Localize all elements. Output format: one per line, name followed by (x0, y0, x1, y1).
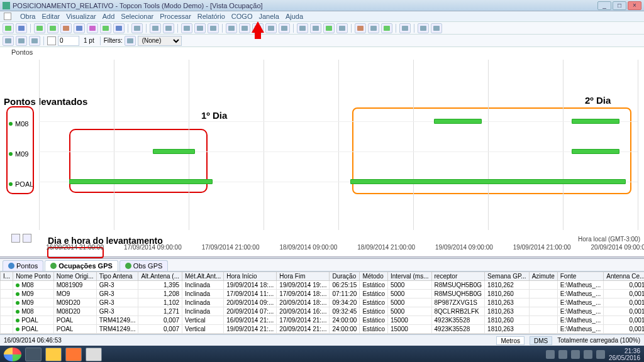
menu-relatorio[interactable]: Relatório (197, 13, 225, 20)
menu-selecionar[interactable]: Selecionar (121, 13, 153, 20)
tool-icon[interactable] (34, 23, 45, 33)
taskbar-firefox-icon[interactable] (65, 348, 82, 361)
menu-ajuda[interactable]: Ajuda (286, 13, 303, 20)
table-row[interactable]: POALPOALTRM41249...0,007Vertical19/09/20… (1, 325, 645, 334)
tool-icon[interactable] (368, 23, 379, 33)
col-header[interactable]: receptor (431, 272, 485, 281)
tool-icon[interactable] (100, 23, 111, 33)
zoom-icon[interactable] (265, 23, 277, 33)
data-grid-wrap[interactable]: I...Nome PontoNome Origi...Tipo AntenaAl… (0, 272, 644, 334)
tool-icon[interactable] (431, 23, 442, 33)
undo-icon[interactable] (150, 23, 161, 33)
view-icon[interactable] (323, 23, 335, 33)
tool-icon[interactable] (74, 23, 85, 33)
col-header[interactable]: Hora Início (224, 272, 277, 281)
occupation-bar[interactable] (572, 149, 619, 154)
filters-icon[interactable] (125, 36, 136, 46)
taskbar-chrome-icon[interactable] (45, 348, 62, 361)
start-button[interactable] (4, 348, 21, 361)
cell (529, 299, 557, 307)
occupation-bar[interactable] (572, 119, 619, 124)
menu-add[interactable]: Add (103, 13, 115, 20)
col-header[interactable]: Fonte (557, 272, 603, 281)
tool-icon[interactable] (29, 36, 40, 46)
col-header[interactable]: Alt.Antena (... (138, 272, 182, 281)
units-metros-button[interactable]: Metros (496, 336, 525, 345)
zoom-icon[interactable] (279, 23, 290, 33)
tray-icon[interactable] (546, 350, 555, 359)
tool-icon[interactable] (16, 36, 27, 46)
col-header[interactable]: Duração (330, 272, 360, 281)
cell: Estático (360, 307, 388, 316)
tray-icon[interactable] (584, 350, 592, 359)
menu-editar[interactable]: Editar (42, 13, 60, 20)
view-icon[interactable] (310, 23, 321, 33)
paste-icon[interactable] (208, 23, 219, 33)
col-header[interactable]: I... (1, 272, 13, 281)
cut-icon[interactable] (181, 23, 192, 33)
col-header[interactable]: Interval (ms... (387, 272, 431, 281)
col-header[interactable]: Azimute (529, 272, 557, 281)
col-header[interactable]: Método (360, 272, 388, 281)
tray-clock[interactable]: 21:36 26/05/2016 (609, 348, 640, 361)
view-icon[interactable] (297, 23, 308, 33)
occupation-bar[interactable] (434, 119, 482, 124)
tray-icon[interactable] (596, 350, 605, 359)
tool-icon[interactable] (87, 23, 98, 33)
occupation-bar[interactable] (350, 179, 626, 184)
tool-icon[interactable] (113, 23, 125, 33)
table-row[interactable]: M09M09D20GR-31,102Inclinada20/09/2014 09… (1, 299, 645, 307)
table-row[interactable]: M08M08D20GR-31,271Inclinada20/09/2014 07… (1, 307, 645, 316)
tool-icon[interactable] (16, 23, 27, 33)
col-header[interactable]: Semana GP... (485, 272, 530, 281)
occupation-bar[interactable] (69, 179, 213, 184)
col-header[interactable]: Nome Ponto (13, 272, 54, 281)
zoom-icon[interactable] (239, 23, 250, 33)
redo-icon[interactable] (163, 23, 174, 33)
units-dms-button[interactable]: DMS (530, 336, 552, 345)
maximize-button[interactable]: □ (613, 1, 626, 10)
col-header[interactable]: Mét.Alt.Ant... (182, 272, 224, 281)
col-header[interactable]: Tipo Antena (96, 272, 138, 281)
cell: POAL (13, 325, 54, 334)
color-swatch[interactable] (47, 36, 56, 45)
taskbar-explorer-icon[interactable] (25, 348, 42, 361)
tool-icon[interactable] (399, 23, 411, 33)
chart-plot-area[interactable] (39, 60, 638, 230)
tool-icon[interactable] (47, 23, 58, 33)
zoom-icon[interactable] (226, 23, 237, 33)
copy-icon[interactable] (194, 23, 206, 33)
tray-icon[interactable] (571, 350, 580, 359)
minimize-button[interactable]: _ (597, 1, 611, 10)
filters-select[interactable]: (None) (138, 36, 182, 46)
zoom-fit-icon[interactable] (23, 234, 31, 243)
menu-cogo[interactable]: COGO (231, 13, 253, 20)
table-row[interactable]: POALPOALTRM41249...0,007Vertical16/09/20… (1, 316, 645, 325)
view-icon[interactable] (336, 23, 348, 33)
occupation-bar[interactable] (153, 149, 195, 154)
zoom-out-icon[interactable] (11, 234, 20, 243)
line-width-input[interactable] (58, 36, 79, 46)
taskbar-topcon-icon[interactable] (86, 348, 102, 361)
tool-icon[interactable] (60, 23, 72, 33)
tab-obs-gps[interactable]: Obs GPS (119, 260, 168, 271)
tool-icon[interactable] (355, 23, 366, 33)
menu-processar[interactable]: Processar (160, 13, 191, 20)
tab-ocupacoes-gps[interactable]: Ocupações GPS (45, 260, 118, 271)
tool-icon[interactable] (3, 36, 14, 46)
tool-icon[interactable] (3, 23, 14, 33)
tool-icon[interactable] (381, 23, 392, 33)
tool-icon[interactable] (418, 23, 429, 33)
tab-pontos[interactable]: Pontos (3, 260, 43, 271)
col-header[interactable]: Hora Fim (277, 272, 330, 281)
menu-janela[interactable]: Janela (258, 13, 279, 20)
menu-obra[interactable]: Obra (20, 13, 35, 20)
close-button[interactable]: × (628, 1, 641, 10)
tray-icon[interactable] (558, 350, 567, 359)
menu-visualizar[interactable]: Visualizar (66, 13, 96, 20)
table-row[interactable]: M09MO9GR-31,208Inclinada17/09/2014 11:..… (1, 290, 645, 299)
col-header[interactable]: Antenna Ce... (604, 272, 644, 281)
table-row[interactable]: M08M081909GR-31,395Inclinada19/09/2014 1… (1, 281, 645, 290)
col-header[interactable]: Nome Origi... (53, 272, 96, 281)
print-icon[interactable] (131, 23, 143, 33)
